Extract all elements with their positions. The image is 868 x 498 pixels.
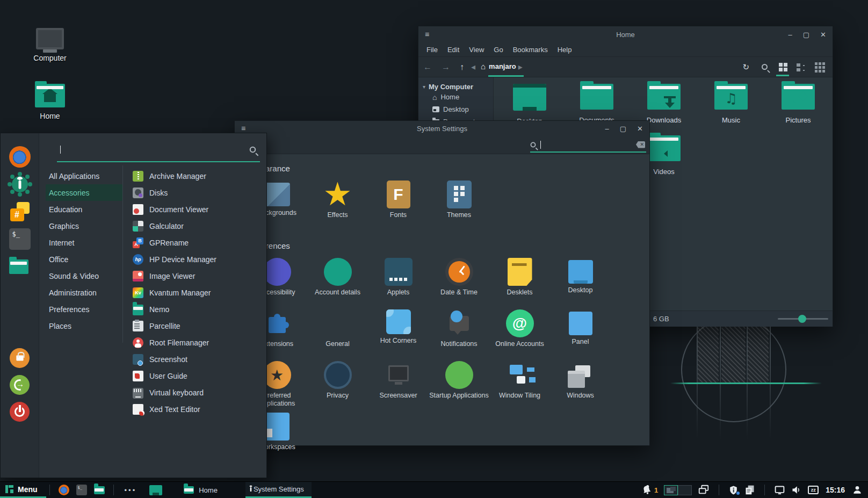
settings-item[interactable]: Windows <box>550 361 611 413</box>
menu-button[interactable]: Menu <box>0 482 46 498</box>
desktop-icon-computer[interactable]: Computer <box>20 28 79 62</box>
fm-menu-go[interactable]: Go <box>489 46 508 54</box>
workspace-switcher[interactable] <box>664 485 692 495</box>
settings-item[interactable]: Notifications <box>429 309 489 361</box>
hexchat-icon[interactable] <box>9 201 31 222</box>
close-icon[interactable]: ✕ <box>637 125 643 132</box>
compact-view-icon[interactable] <box>811 58 827 76</box>
fm-menu-edit[interactable]: Edit <box>443 46 464 54</box>
sidebar-item-desktop[interactable]: Desktop <box>418 103 493 116</box>
close-icon[interactable]: ✕ <box>820 31 826 38</box>
settings-item[interactable]: Desklets <box>489 258 550 309</box>
menu-app-item[interactable]: Disks <box>133 184 266 201</box>
menu-app-item[interactable]: Parcellite <box>133 317 266 334</box>
taskbar-window-home[interactable]: Home <box>176 482 225 498</box>
up-icon[interactable]: ↑ <box>455 62 469 72</box>
settings-item[interactable]: Date & Time <box>429 258 489 309</box>
folder-item-music[interactable]: ♫ Music <box>698 84 764 124</box>
menu-category-item[interactable]: Internet <box>46 234 122 251</box>
menu-app-item[interactable]: hp HP Device Manager <box>133 251 266 268</box>
workspace-1[interactable] <box>664 485 678 495</box>
settings-item[interactable]: @ Online Accounts <box>489 309 550 361</box>
settings-item[interactable]: Startup Applications <box>429 361 489 413</box>
hamburger-menu-icon[interactable]: ≡ <box>241 124 245 133</box>
fm-menu-view[interactable]: View <box>464 46 489 54</box>
folder-item-documents[interactable]: Documents <box>563 84 630 124</box>
update-notifier-icon[interactable] <box>728 485 739 495</box>
settings-item[interactable]: Hot Corners <box>368 309 429 361</box>
settings-item[interactable]: Desktop <box>550 258 611 309</box>
fm-titlebar[interactable]: ≡ Home – ▢ ✕ <box>418 26 833 42</box>
folder-item-desktop[interactable]: Desktop <box>496 84 563 125</box>
settings-item[interactable]: Account details <box>307 258 368 309</box>
settings-item[interactable]: F Fonts <box>368 181 429 232</box>
display-applet-icon[interactable] <box>774 485 785 496</box>
list-view-icon[interactable] <box>793 58 809 76</box>
settings-search-input[interactable] <box>530 138 646 153</box>
menu-category-item[interactable]: Graphics <box>46 218 122 234</box>
manjaro-settings-manager-icon[interactable] <box>9 174 31 195</box>
show-desktop-icon[interactable] <box>149 485 162 495</box>
volume-icon[interactable] <box>791 485 802 495</box>
taskbar-window-system-settings[interactable]: System Settings <box>245 482 312 498</box>
menu-category-item[interactable]: All Applications <box>46 168 122 184</box>
minimize-icon[interactable]: – <box>789 31 792 38</box>
menu-app-item[interactable]: Virtual keyboard <box>133 384 266 401</box>
breadcrumb-prev-icon[interactable]: ◂ <box>469 62 478 72</box>
folder-item-pictures[interactable]: Pictures <box>765 84 831 124</box>
search-icon[interactable] <box>756 58 772 76</box>
menu-search-input[interactable] <box>57 138 260 162</box>
menu-app-item[interactable]: Document Viewer <box>133 201 266 218</box>
terminal-icon[interactable]: $_ <box>9 228 31 250</box>
grouped-windows-icon[interactable]: ••• <box>117 486 144 494</box>
menu-app-item[interactable]: Galculator <box>133 218 266 234</box>
user-applet-icon[interactable] <box>852 485 863 495</box>
settings-item[interactable]: General <box>307 309 368 361</box>
maximize-icon[interactable]: ▢ <box>620 125 626 132</box>
breadcrumb-next-icon[interactable]: ▸ <box>516 62 525 72</box>
files-launcher-icon[interactable] <box>94 485 105 495</box>
menu-category-item[interactable]: Education <box>46 201 122 218</box>
menu-app-item[interactable]: Xed Text Editor <box>133 401 266 417</box>
menu-app-item[interactable]: Root Filemanager <box>133 334 266 351</box>
clipboard-manager-icon[interactable] <box>744 485 755 495</box>
menu-app-item[interactable]: User Guide <box>133 367 266 384</box>
fm-menu-bookmarks[interactable]: Bookmarks <box>508 46 553 54</box>
menu-category-item[interactable]: Administration <box>46 284 122 301</box>
firefox-icon[interactable] <box>9 146 31 168</box>
clock[interactable]: 15:16 <box>826 486 845 494</box>
maximize-icon[interactable]: ▢ <box>803 31 809 38</box>
fm-menu-help[interactable]: Help <box>553 46 577 54</box>
files-icon[interactable] <box>9 256 31 277</box>
back-icon[interactable]: ← <box>418 62 437 72</box>
settings-titlebar[interactable]: ≡ System Settings – ▢ ✕ <box>235 121 649 136</box>
menu-app-item[interactable]: Nemo <box>133 301 266 317</box>
settings-item[interactable]: ★ Effects <box>307 181 368 232</box>
forward-icon[interactable]: → <box>437 62 455 72</box>
expo-windows-icon[interactable] <box>698 484 710 496</box>
logout-icon[interactable] <box>10 375 30 395</box>
zoom-slider[interactable] <box>778 318 828 320</box>
desktop-icon-home[interactable]: Home <box>20 81 79 120</box>
settings-item[interactable]: Themes <box>429 181 489 232</box>
workspace-2[interactable] <box>678 485 692 495</box>
hamburger-menu-icon[interactable]: ≡ <box>425 30 429 39</box>
menu-category-item[interactable]: Preferences <box>46 301 122 317</box>
zoom-slider-knob[interactable] <box>798 315 806 323</box>
clear-search-icon[interactable] <box>636 141 645 148</box>
folder-item-downloads[interactable]: Downloads <box>631 84 697 124</box>
lock-screen-icon[interactable] <box>10 348 30 368</box>
menu-app-item[interactable]: Kv Kvantum Manager <box>133 284 266 301</box>
settings-item[interactable]: Privacy <box>307 361 368 413</box>
settings-item[interactable]: Panel <box>550 309 611 361</box>
breadcrumb[interactable]: ⌂ manjaro <box>481 62 516 72</box>
menu-app-item[interactable]: GPRename <box>133 234 266 251</box>
fm-menu-file[interactable]: File <box>422 46 443 54</box>
menu-app-item[interactable]: Archive Manager <box>133 168 266 184</box>
menu-category-item[interactable]: Accessories <box>46 184 122 201</box>
reload-icon[interactable]: ↻ <box>737 62 754 72</box>
inhibit-applet-icon[interactable]: zz <box>808 486 819 494</box>
firefox-launcher-icon[interactable] <box>59 485 69 495</box>
menu-category-item[interactable]: Sound & Video <box>46 268 122 284</box>
settings-item[interactable]: Screensaver <box>368 361 429 413</box>
